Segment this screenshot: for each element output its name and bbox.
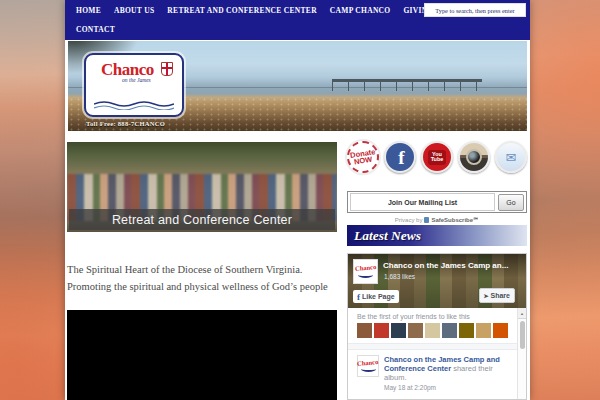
friends-hint-text: Be the first of your friends to like thi… <box>357 313 517 320</box>
share-arrow-icon: ➤ <box>484 292 489 299</box>
share-button[interactable]: ➤ Share <box>479 288 516 303</box>
latest-news-heading: Latest News <box>347 225 527 246</box>
donate-label-line2: NOW <box>353 156 372 166</box>
privacy-prefix: Privacy by <box>395 217 423 223</box>
friend-avatar <box>357 323 372 338</box>
nav-item-about-us[interactable]: ABOUT US <box>114 6 154 15</box>
slider-caption[interactable]: Retreat and Conference Center <box>69 209 335 230</box>
social-icon-row: Donate NOW f You Tube ✉ <box>347 141 527 173</box>
facebook-likes-count: 1,683 likes <box>384 273 415 280</box>
donate-now-button[interactable]: Donate NOW <box>347 141 379 173</box>
youtube-label-line2: Tube <box>431 157 444 163</box>
friend-avatar <box>459 323 474 338</box>
instagram-icon[interactable] <box>458 141 490 173</box>
post-header: Chanco Chanco on the James Camp and Conf… <box>357 355 517 392</box>
friend-avatar <box>476 323 491 338</box>
facebook-page-widget: Chanco Chanco on the James Camp an... 1,… <box>347 253 527 400</box>
mini-logo-name: Chanco <box>357 359 379 368</box>
youtube-logo-box: You Tube <box>428 150 447 165</box>
post-meta: Chanco on the James Camp and Conference … <box>384 355 517 392</box>
safesubscribe-brand: SafeSubscribe℠ <box>431 217 479 223</box>
camera-lens-icon <box>466 149 482 165</box>
mailing-list-form: Go <box>347 191 527 213</box>
mailing-list-input[interactable] <box>350 193 495 211</box>
lock-icon <box>424 217 429 223</box>
share-label: Share <box>491 292 510 299</box>
nav-item-retreat-center[interactable]: RETREAT AND CONFERENCE CENTER <box>167 6 317 15</box>
scrollbar-thumb[interactable] <box>520 321 525 349</box>
friend-avatar <box>374 323 389 338</box>
toll-free-phone: Toll Free: 888-7CHANCO <box>86 120 165 127</box>
mailing-list-go-button[interactable]: Go <box>498 194 524 211</box>
friend-avatar <box>425 323 440 338</box>
main-navbar: HOME ABOUT US RETREAT AND CONFERENCE CEN… <box>65 0 530 40</box>
friend-avatar <box>442 323 457 338</box>
envelope-glyph: ✉ <box>506 151 517 164</box>
widget-scrollbar[interactable]: ▲ <box>517 308 526 399</box>
email-icon[interactable]: ✉ <box>495 141 527 173</box>
search-input[interactable] <box>424 3 526 17</box>
nav-item-home[interactable]: HOME <box>76 6 101 15</box>
episcopal-shield-icon <box>161 62 173 76</box>
intro-text: The Spiritual Heart of the Diocese of So… <box>67 261 343 296</box>
safesubscribe-privacy-line: Privacy bySafeSubscribe℠ <box>347 216 527 223</box>
post-author-avatar[interactable]: Chanco <box>357 355 379 377</box>
mini-logo-name: Chanco <box>355 264 377 273</box>
friend-avatar <box>493 323 508 338</box>
mini-logo-wave-icon <box>361 366 376 372</box>
widget-divider <box>348 343 526 350</box>
nav-item-camp-chanco[interactable]: CAMP CHANCO <box>330 6 391 15</box>
nav-row-2: CONTACT <box>76 25 115 34</box>
like-page-label: Like Page <box>362 293 395 300</box>
nav-row-1: HOME ABOUT US RETREAT AND CONFERENCE CEN… <box>76 6 470 15</box>
nav-item-contact[interactable]: CONTACT <box>76 25 115 34</box>
facebook-icon[interactable]: f <box>384 141 416 173</box>
homepage-slider[interactable]: Retreat and Conference Center <box>67 142 337 232</box>
facebook-post: Chanco Chanco on the James Camp and Conf… <box>348 350 526 400</box>
friend-avatar <box>391 323 406 338</box>
page-container: HOME ABOUT US RETREAT AND CONFERENCE CEN… <box>65 0 530 400</box>
friend-avatar <box>408 323 423 338</box>
facebook-page-avatar[interactable]: Chanco <box>353 259 378 284</box>
logo-waves-icon <box>94 100 174 110</box>
scroll-up-arrow-icon[interactable]: ▲ <box>518 308 526 319</box>
video-player[interactable] <box>67 310 337 400</box>
like-page-button[interactable]: f Like Page <box>353 290 399 303</box>
post-timestamp: May 18 at 2:20pm <box>384 383 517 392</box>
header-banner-photo: Chanco on the James Toll Free: 888-7CHAN… <box>68 41 527 131</box>
banner-pier <box>332 79 482 82</box>
facebook-f-glyph-small: f <box>357 292 360 302</box>
mini-logo-wave-icon <box>358 272 373 278</box>
facebook-page-title[interactable]: Chanco on the James Camp an... <box>383 261 523 270</box>
facebook-f-glyph: f <box>395 148 404 167</box>
facebook-cover-photo: Chanco Chanco on the James Camp an... 1,… <box>348 254 526 308</box>
youtube-icon[interactable]: You Tube <box>421 141 453 173</box>
chanco-logo[interactable]: Chanco on the James <box>84 53 184 117</box>
friend-avatar-row <box>357 323 517 338</box>
